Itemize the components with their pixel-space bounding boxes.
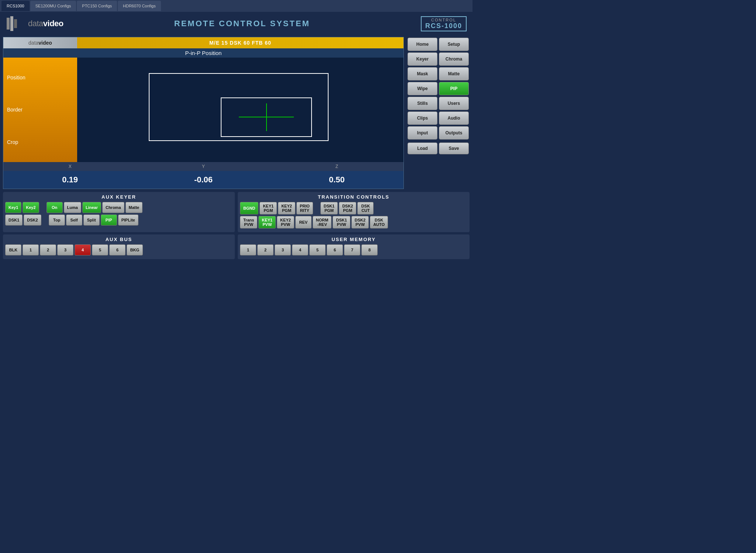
pip-title-bar: P-in-P Position bbox=[3, 48, 403, 58]
tab-rcs1000[interactable]: RCS1000 bbox=[1, 1, 30, 11]
aux-bus-btn-6[interactable]: 6 bbox=[109, 244, 126, 255]
btn-top[interactable]: Top bbox=[49, 214, 65, 226]
user-memory-btn-8[interactable]: 8 bbox=[361, 244, 378, 255]
pip-viewer-area: Position Border Crop bbox=[3, 58, 403, 162]
btn-dsk-cut[interactable]: DSK CUT bbox=[357, 202, 374, 214]
header-title: REMOTE CONTROL SYSTEM bbox=[63, 19, 421, 28]
aux-bus-btn-4[interactable]: 4 bbox=[75, 244, 91, 255]
aux-bus-btn-5[interactable]: 5 bbox=[92, 244, 108, 255]
aux-keyer-row2: DSK1DSK2TopSelfSplitPIPPIPLite bbox=[5, 214, 233, 226]
btn-luma[interactable]: Luma bbox=[64, 202, 81, 213]
control-label: CONTROL bbox=[431, 18, 456, 22]
btn-key1[interactable]: Key1 bbox=[5, 202, 21, 213]
transition-title: TRANSITION CONTROLS bbox=[240, 194, 467, 200]
values-bar: 0.19 -0.06 0.50 bbox=[3, 171, 403, 189]
transition-panel: TRANSITION CONTROLS BGNDKEY1 PGMKEY2 PGM… bbox=[238, 192, 470, 232]
btn-key2[interactable]: Key2 bbox=[23, 202, 39, 213]
right-btn-users[interactable]: Users bbox=[439, 97, 469, 110]
tab-ptc150[interactable]: PTC150 Configs bbox=[77, 1, 117, 11]
user-memory-btn-7[interactable]: 7 bbox=[344, 244, 360, 255]
pip-left-labels: Position Border Crop bbox=[3, 58, 77, 162]
xyz-z-label: Z bbox=[270, 164, 403, 169]
aux-bus-btn-3[interactable]: 3 bbox=[57, 244, 73, 255]
right-btn-outputs[interactable]: Outputs bbox=[439, 126, 469, 140]
btn-dsk-auto[interactable]: DSK AUTO bbox=[370, 216, 388, 229]
btn-dsk2-pvw[interactable]: DSK2 PVW bbox=[351, 216, 369, 229]
right-btn-stills[interactable]: Stills bbox=[408, 97, 437, 110]
pip-crosshair bbox=[221, 97, 312, 137]
user-memory-btn-3[interactable]: 3 bbox=[275, 244, 291, 255]
tab-hdr6070[interactable]: HDR6070 Configs bbox=[118, 1, 161, 11]
tab-se1200mu[interactable]: SE1200MU Configs bbox=[30, 1, 76, 11]
btn-on[interactable]: On bbox=[47, 202, 63, 213]
btn-dsk1-pvw[interactable]: DSK1 PVW bbox=[333, 216, 350, 229]
btn-rev[interactable]: REV bbox=[295, 216, 312, 229]
value-z: 0.50 bbox=[270, 175, 403, 185]
aux-keyer-panel: AUX KEYER Key1Key2OnLumaLinearChromaMatt… bbox=[3, 192, 235, 232]
right-btn-input[interactable]: Input bbox=[408, 126, 437, 140]
btn-trans-pvw[interactable]: Trans PVW bbox=[240, 216, 257, 229]
btn-chroma[interactable]: Chroma bbox=[102, 202, 124, 213]
right-btn-home[interactable]: Home bbox=[408, 38, 437, 51]
pip-label-crop: Crop bbox=[7, 139, 73, 145]
pip-logo-text: datavideo bbox=[28, 40, 52, 46]
crosshair-vertical bbox=[266, 103, 267, 131]
spacer-4 bbox=[314, 202, 319, 214]
pip-display[interactable] bbox=[77, 58, 403, 162]
aux-bus-btn-blk[interactable]: BLK bbox=[5, 244, 21, 255]
aux-bus-btn-1[interactable]: 1 bbox=[23, 244, 39, 255]
btn-dsk2[interactable]: DSK2 bbox=[24, 214, 41, 226]
right-btn-wipe[interactable]: Wipe bbox=[408, 82, 437, 95]
user-memory-btn-2[interactable]: 2 bbox=[257, 244, 274, 255]
control-box: CONTROL RCS-1000 bbox=[421, 16, 467, 31]
btn-dsk2-pgm[interactable]: DSK2 PGM bbox=[339, 202, 356, 214]
load-button[interactable]: Load bbox=[408, 142, 437, 154]
btn-key1-pgm[interactable]: KEY1 PGM bbox=[260, 202, 277, 214]
right-btn-chroma[interactable]: Chroma bbox=[439, 52, 469, 66]
user-memory-btn-4[interactable]: 4 bbox=[292, 244, 308, 255]
datavideo-logo-text: datavideo bbox=[28, 19, 63, 28]
user-memory-btn-1[interactable]: 1 bbox=[240, 244, 256, 255]
save-button[interactable]: Save bbox=[439, 142, 469, 154]
load-save-row: Load Save bbox=[407, 142, 470, 155]
pip-label-border: Border bbox=[7, 107, 73, 113]
datavideo-logo-icon bbox=[6, 15, 28, 32]
user-memory-row: 12345678 bbox=[240, 244, 467, 255]
btn-key2-pgm[interactable]: KEY2 PGM bbox=[278, 202, 295, 214]
right-btn-matte[interactable]: Matte bbox=[439, 67, 469, 80]
right-btn-audio[interactable]: Audio bbox=[439, 111, 469, 125]
right-btn-keyer[interactable]: Keyer bbox=[408, 52, 437, 66]
svg-rect-0 bbox=[7, 18, 10, 30]
right-panel: HomeSetupKeyerChromaMaskMatteWipePIPStil… bbox=[407, 37, 470, 140]
btn-prio-rity[interactable]: PRIO RITY bbox=[296, 202, 313, 214]
aux-bus-btn-bkg[interactable]: BKG bbox=[127, 244, 143, 255]
pip-header: datavideo M/E 15 DSK 60 FTB 60 bbox=[3, 37, 403, 48]
logo-area: datavideo bbox=[6, 15, 63, 32]
btn-bgnd[interactable]: BGND bbox=[240, 202, 258, 214]
btn-key2-pvw[interactable]: KEY2 PVW bbox=[277, 216, 294, 229]
main-content: datavideo M/E 15 DSK 60 FTB 60 P-in-P Po… bbox=[0, 35, 472, 190]
spacer-2 bbox=[42, 214, 48, 226]
right-btn-clips[interactable]: Clips bbox=[408, 111, 437, 125]
btn-dsk1[interactable]: DSK1 bbox=[5, 214, 23, 226]
right-btn-mask[interactable]: Mask bbox=[408, 67, 437, 80]
aux-keyer-row1: Key1Key2OnLumaLinearChromaMatte bbox=[5, 202, 233, 213]
btn-key1-pvw[interactable]: KEY1 PVW bbox=[258, 216, 276, 229]
btn-linear[interactable]: Linear bbox=[82, 202, 101, 213]
right-btn-setup[interactable]: Setup bbox=[439, 38, 469, 51]
aux-bus-title: AUX BUS bbox=[5, 237, 233, 242]
user-memory-panel: USER MEMORY 12345678 bbox=[238, 234, 470, 259]
btn-matte[interactable]: Matte bbox=[126, 202, 143, 213]
aux-bus-btn-2[interactable]: 2 bbox=[40, 244, 56, 255]
bottom-panels-row2: AUX BUS BLK123456BKG USER MEMORY 1234567… bbox=[0, 234, 472, 261]
btn-norm--rev[interactable]: NORM -REV bbox=[313, 216, 332, 229]
btn-dsk1-pgm[interactable]: DSK1 PGM bbox=[320, 202, 338, 214]
btn-split[interactable]: Split bbox=[83, 214, 100, 226]
btn-pip[interactable]: PIP bbox=[101, 214, 117, 226]
btn-self[interactable]: Self bbox=[66, 214, 82, 226]
bottom-panels-row1: AUX KEYER Key1Key2OnLumaLinearChromaMatt… bbox=[0, 190, 472, 234]
btn-piplite[interactable]: PIPLite bbox=[118, 214, 138, 226]
right-btn-pip[interactable]: PIP bbox=[439, 82, 469, 95]
user-memory-btn-5[interactable]: 5 bbox=[309, 244, 326, 255]
user-memory-btn-6[interactable]: 6 bbox=[327, 244, 343, 255]
